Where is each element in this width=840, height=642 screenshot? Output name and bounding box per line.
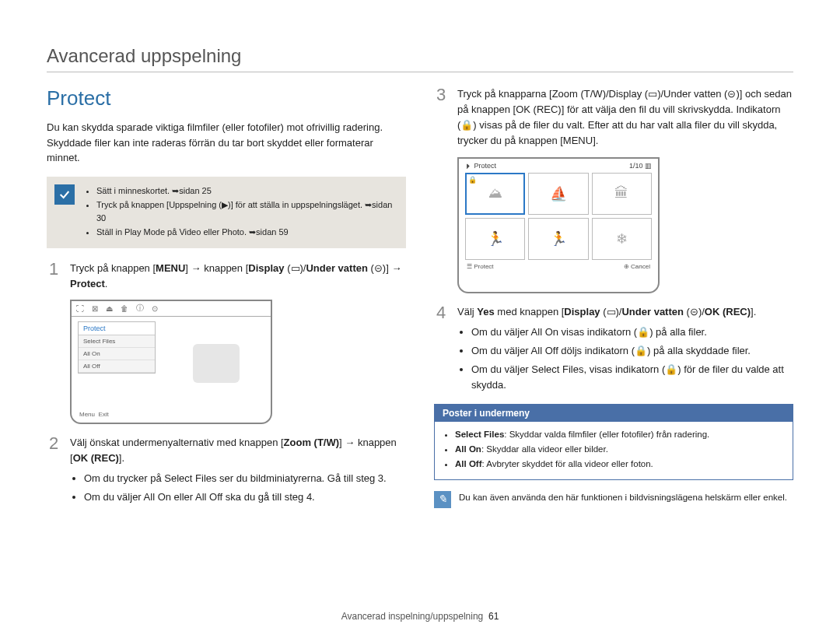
lcd-panel-header: Protect [79,322,155,335]
lcd-background-shape [193,344,240,383]
info-icon: ✎ [434,491,451,508]
breadcrumb: Avancerad uppspelning [47,45,793,72]
note-item: Sätt i minneskortet. ➥sidan 25 [96,184,397,198]
thumb-cell: 🏛 [592,173,652,215]
lcd-menu-row: All Off [79,360,155,373]
step2-bullet: Om du trycker på Select Files ser du bil… [84,471,406,486]
step-number: 4 [434,304,448,397]
step-number: 3 [434,86,448,149]
submenu-item: All Off: Avbryter skyddet för alla video… [455,458,782,470]
thumb-cell: ⛵ [528,173,588,215]
submenu-header: Poster i undermeny [435,405,793,422]
step-1: 1 Tryck på knappen [MENU] → knappen [Dis… [47,261,406,292]
left-column: Protect Du kan skydda sparade viktiga fi… [47,86,406,516]
step-number: 2 [47,435,61,509]
lcd-menu-row: Select Files [79,335,155,348]
note-item: Tryck på knappen [Uppspelning (▶)] för a… [96,198,397,224]
right-column: 3 Tryck på knapparna [Zoom (T/W)/Display… [434,86,793,516]
note-box: Sätt i minneskortet. ➥sidan 25 Tryck på … [47,177,406,248]
lcd-menu-row: All On [79,348,155,360]
step4-bullet: Om du väljer Select Files, visas indikat… [471,362,793,393]
thumb-cell: 🏃 [465,218,525,260]
footnote-text: Du kan även använda den här funktionen i… [459,491,787,508]
step-3: 3 Tryck på knapparna [Zoom (T/W)/Display… [434,86,793,149]
step4-bullet: Om du väljer All Off döljs indikatorn (🔒… [471,343,793,359]
thumb-cell: 🔒 ⛰ [465,173,525,215]
step4-bullet: Om du väljer All On visas indikatorn (🔒)… [471,325,793,340]
check-icon [54,184,75,205]
page-footer: Avancerad inspelning/uppspelning 61 [0,611,840,622]
lcd-topbar: ⛶ ⊠ ⏏ 🗑 ⓘ ⊙ [72,301,271,317]
step2-bullet: Om du väljer All On eller All Off ska du… [84,489,406,505]
step-body: Tryck på knappen [MENU] → knappen [Displ… [70,261,406,292]
step-number: 1 [47,261,61,292]
lcd-menu-screenshot: ⛶ ⊠ ⏏ 🗑 ⓘ ⊙ Protect Select Files All On … [70,300,272,424]
step-2: 2 Välj önskat undermenyalternativ med kn… [47,435,406,509]
step-body: Tryck på knapparna [Zoom (T/W)/Display (… [457,86,793,149]
section-title: Protect [47,86,406,111]
submenu-item: Select Files: Skyddar valda filmfiler (e… [455,428,782,440]
note-item: Ställ in Play Mode på Video eller Photo.… [96,226,397,239]
submenu-item: All On: Skyddar alla videor eller bilder… [455,443,782,455]
step-body: Välj önskat undermenyalternativ med knap… [70,435,406,509]
lcd-footer: Menu Exit [79,411,109,418]
lcd-thumbs-screenshot: ⏵ Protect 1/10 ▥ 🔒 ⛰ ⛵ 🏛 🏃 🏃 ❄ ☰ Protect… [457,157,660,293]
step-4: 4 Välj Yes med knappen [Display (▭)/Unde… [434,304,793,397]
step-body: Välj Yes med knappen [Display (▭)/Under … [457,304,793,397]
intro-text: Du kan skydda sparade viktiga filmfiler … [47,120,406,166]
lock-icon: 🔒 [468,176,477,184]
thumb-cell: ❄ [592,218,652,260]
footnote: ✎ Du kan även använda den här funktionen… [434,491,793,508]
submenu-box: Poster i undermeny Select Files: Skyddar… [434,404,793,479]
lcd-menu-panel: Protect Select Files All On All Off [78,321,156,374]
thumb-cell: 🏃 [528,218,588,260]
